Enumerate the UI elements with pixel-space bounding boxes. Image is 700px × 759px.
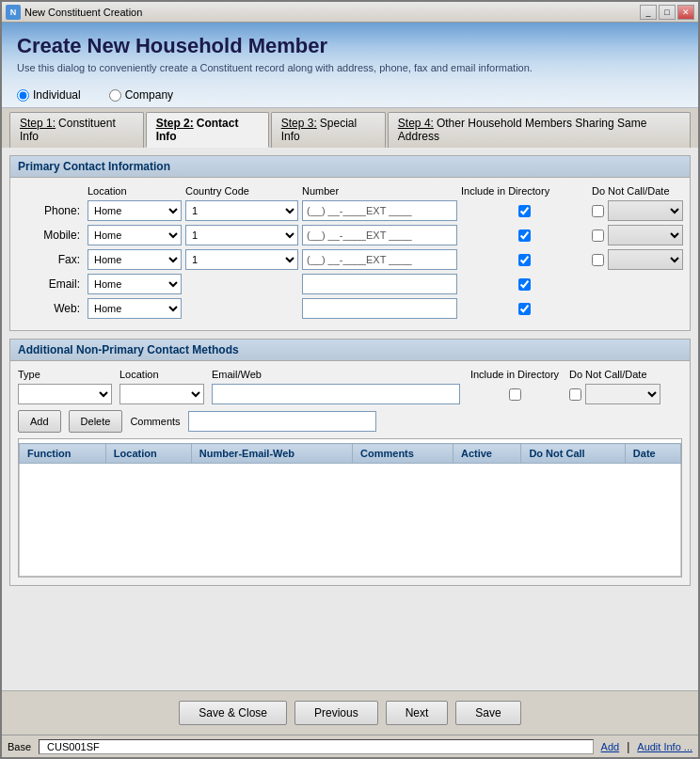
fax-include-checkbox[interactable] (518, 254, 531, 266)
table-body (20, 464, 681, 577)
phone-number-input[interactable] (302, 200, 457, 221)
fax-number-input[interactable] (302, 249, 457, 270)
data-table-container: Function Location Number-Email-Web Comme… (18, 438, 682, 577)
add-location-select[interactable] (119, 384, 204, 404)
tab-step4-num: Step 4: (398, 117, 434, 130)
phone-label: Phone: (18, 204, 84, 217)
col-label-spacer (18, 185, 84, 197)
tab-step3-num: Step 3: (281, 117, 317, 130)
th-function: Function (20, 444, 106, 464)
th-date: Date (625, 444, 680, 464)
additional-panel-header: Additional Non-Primary Contact Methods (10, 340, 690, 361)
add-button[interactable]: Add (18, 410, 61, 433)
tab-step1-num: Step 1: (20, 117, 56, 130)
individual-label: Individual (33, 88, 81, 102)
header-section: Create New Household Member Use this dia… (2, 23, 698, 83)
base-label: Base (8, 741, 31, 752)
add-col-location: Location (119, 369, 204, 380)
content-area: Primary Contact Information Location Cou… (2, 148, 698, 690)
base-value: CUS001SF (39, 739, 594, 754)
phone-location-select[interactable]: Home (88, 200, 182, 221)
fax-location-select[interactable]: Home (88, 249, 182, 270)
save-button[interactable]: Save (455, 701, 520, 725)
mobile-donot-select[interactable] (608, 225, 683, 245)
phone-country-select[interactable]: 1 (185, 200, 298, 221)
email-include-cell (461, 278, 588, 291)
company-radio-option[interactable]: Company (109, 88, 173, 102)
col-header-include: Include in Directory (461, 185, 588, 197)
individual-radio[interactable] (17, 89, 29, 102)
phone-donot-select[interactable] (608, 200, 683, 221)
minimize-button[interactable]: _ (640, 5, 657, 20)
contacts-table: Function Location Number-Email-Web Comme… (19, 443, 681, 577)
th-number: Number-Email-Web (191, 444, 352, 464)
main-window: N New Constituent Creation _ □ ✕ Create … (0, 0, 700, 759)
status-bar: Base CUS001SF Add | Audit Info ... (2, 735, 698, 757)
table-row (20, 464, 681, 577)
company-radio[interactable] (109, 89, 121, 102)
company-label: Company (125, 88, 173, 102)
window-title: New Constituent Creation (24, 7, 640, 18)
close-button[interactable]: ✕ (677, 5, 694, 20)
header-title: Create New Household Member (17, 34, 683, 58)
add-emailweb-input[interactable] (212, 384, 460, 404)
tab-step2[interactable]: Step 2: Contact Info (146, 112, 269, 148)
action-row: Add Delete Comments (18, 410, 682, 433)
mobile-donot-checkbox[interactable] (592, 229, 604, 242)
th-comments: Comments (353, 444, 453, 464)
phone-include-cell (461, 205, 588, 217)
add-donot-select[interactable] (585, 384, 660, 404)
th-location: Location (105, 444, 191, 464)
status-separator: | (627, 740, 629, 753)
fax-include-cell (461, 254, 588, 266)
email-input[interactable] (302, 274, 457, 294)
add-col-type: Type (18, 369, 112, 380)
mobile-number-input[interactable] (302, 225, 457, 245)
add-link[interactable]: Add (601, 741, 620, 752)
th-active: Active (453, 444, 520, 464)
phone-include-checkbox[interactable] (518, 205, 531, 217)
col-header-number: Number (302, 185, 457, 197)
phone-donot-checkbox[interactable] (592, 205, 604, 217)
individual-radio-option[interactable]: Individual (17, 88, 81, 102)
maximize-button[interactable]: □ (659, 5, 676, 20)
add-donot-cell (569, 384, 682, 404)
mobile-include-cell (461, 229, 588, 242)
col-header-location: Location (88, 185, 182, 197)
audit-link[interactable]: Audit Info ... (637, 741, 692, 752)
mobile-country-select[interactable]: 1 (185, 225, 298, 245)
web-input[interactable] (302, 298, 457, 319)
web-include-cell (461, 303, 588, 315)
previous-button[interactable]: Previous (294, 701, 378, 725)
add-col-donot: Do Not Call/Date (569, 369, 682, 380)
mobile-location-select[interactable]: Home (88, 225, 182, 245)
additional-panel-content: Type Location Email/Web Include in Direc… (10, 361, 690, 585)
tab-step4-label: Other Household Members Sharing Same Add… (398, 117, 647, 143)
comments-input[interactable] (188, 411, 376, 432)
delete-button[interactable]: Delete (69, 410, 123, 433)
next-button[interactable]: Next (386, 701, 449, 725)
mobile-include-checkbox[interactable] (518, 229, 531, 242)
save-close-button[interactable]: Save & Close (179, 701, 287, 725)
fax-country-select[interactable]: 1 (185, 249, 298, 270)
add-donot-checkbox[interactable] (569, 388, 581, 401)
add-type-select[interactable] (18, 384, 112, 404)
email-location-select[interactable]: Home (88, 274, 182, 294)
add-col-include: Include in Directory (468, 369, 562, 380)
add-include-checkbox[interactable] (509, 388, 521, 401)
web-include-checkbox[interactable] (518, 303, 531, 315)
email-include-checkbox[interactable] (518, 278, 531, 291)
app-icon: N (6, 5, 21, 20)
web-location-select[interactable]: Home (88, 298, 182, 319)
primary-panel-header: Primary Contact Information (10, 156, 690, 178)
tab-step4[interactable]: Step 4: Other Household Members Sharing … (388, 112, 691, 148)
tab-step3[interactable]: Step 3: Special Info (271, 112, 386, 148)
fax-donot-select[interactable] (608, 249, 683, 270)
tab-step1[interactable]: Step 1: Constituent Info (9, 112, 144, 148)
tab-step2-num: Step 2: (156, 117, 194, 130)
email-label: Email: (18, 277, 84, 291)
web-label: Web: (18, 302, 84, 315)
header-subtitle: Use this dialog to conveniently create a… (17, 62, 683, 73)
th-donot: Do Not Call (521, 444, 625, 464)
fax-donot-checkbox[interactable] (592, 254, 604, 266)
